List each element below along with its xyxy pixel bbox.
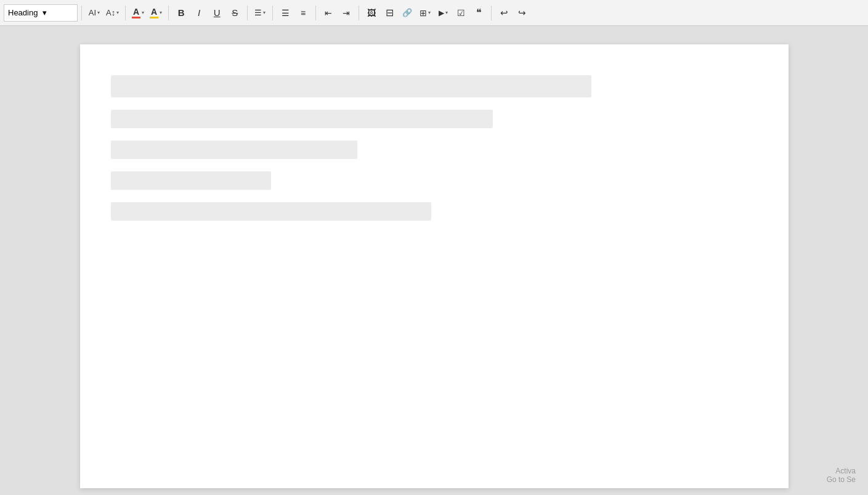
redo-button[interactable] (513, 4, 530, 22)
font-group: AI ▾ A↕ ▾ (86, 4, 121, 22)
underline-label: U (214, 7, 221, 18)
content-block-5 (111, 202, 758, 221)
redo-icon (518, 7, 526, 18)
indent-button[interactable]: ⇥ (338, 4, 355, 22)
bold-label: B (178, 7, 185, 18)
font-name-label: AI (89, 8, 96, 17)
color-group: A ▾ A ▾ (129, 4, 164, 22)
format-group: B I U S (172, 4, 243, 22)
placeholder-bar-3 (111, 141, 357, 159)
font-size-button[interactable]: A↕ ▾ (103, 4, 121, 22)
history-group (495, 4, 530, 22)
link-button[interactable] (399, 4, 416, 22)
quote-icon (476, 7, 482, 18)
spreadsheet-button[interactable]: ⊟ (381, 4, 398, 22)
placeholder-bar-1 (111, 75, 591, 97)
font-size-chevron: ▾ (116, 10, 119, 15)
font-name-chevron: ▾ (97, 10, 100, 15)
spreadsheet-icon: ⊟ (386, 7, 394, 18)
list-group: ☰ ≡ (277, 4, 312, 22)
bold-button[interactable]: B (172, 4, 190, 22)
content-block-4 (111, 171, 758, 190)
activate-watermark: Activa Go to Se (827, 467, 856, 484)
italic-label: I (198, 7, 200, 18)
ordered-list-button[interactable]: ☰ (277, 4, 294, 22)
content-block-2 (111, 110, 758, 128)
placeholder-bar-5 (111, 202, 431, 221)
indent-group: ⇤ ⇥ (320, 4, 355, 22)
style-dropdown-chevron: ▾ (43, 8, 73, 17)
separator-8 (491, 6, 492, 20)
ordered-list-icon: ☰ (282, 8, 290, 18)
undo-button[interactable] (495, 4, 513, 22)
highlight-color-icon: A (150, 7, 158, 18)
image-icon (367, 8, 376, 18)
activate-line2: Go to Se (827, 475, 856, 484)
align-icon: ☰ (254, 8, 262, 17)
separator-5 (272, 6, 273, 20)
outdent-icon: ⇤ (325, 8, 332, 18)
table-button[interactable]: ⊞ ▾ (416, 4, 434, 22)
image-button[interactable] (363, 4, 380, 22)
content-block-3 (111, 141, 758, 159)
outdent-button[interactable]: ⇤ (320, 4, 337, 22)
separator-6 (315, 6, 316, 20)
font-size-label: A↕ (106, 8, 115, 17)
strikethrough-label: S (232, 7, 238, 18)
unordered-list-button[interactable]: ≡ (294, 4, 312, 22)
checklist-icon (457, 8, 465, 18)
link-icon (402, 8, 412, 17)
style-dropdown-label: Heading (8, 8, 39, 17)
font-color-button[interactable]: A ▾ (129, 4, 147, 22)
unordered-list-icon: ≡ (301, 8, 306, 18)
media-icon (439, 8, 444, 17)
italic-button[interactable]: I (190, 4, 208, 22)
quote-button[interactable] (470, 4, 487, 22)
align-button[interactable]: ☰ ▾ (251, 4, 269, 22)
main-area: Activa Go to Se (0, 26, 868, 495)
document-page[interactable] (80, 44, 789, 488)
separator-4 (247, 6, 248, 20)
activate-line1: Activa (827, 467, 856, 475)
style-dropdown[interactable]: Heading ▾ (4, 4, 78, 22)
placeholder-bar-2 (111, 110, 493, 128)
font-name-button[interactable]: AI ▾ (86, 4, 103, 22)
separator-2 (125, 6, 126, 20)
content-block-1 (111, 75, 758, 97)
toolbar: Heading ▾ AI ▾ A↕ ▾ A ▾ A ▾ (0, 0, 868, 26)
strikethrough-button[interactable]: S (226, 4, 243, 22)
separator-3 (168, 6, 169, 20)
checklist-button[interactable] (452, 4, 469, 22)
highlight-color-button[interactable]: A ▾ (147, 4, 164, 22)
undo-icon (500, 7, 508, 18)
table-icon: ⊞ (420, 8, 427, 18)
placeholder-bar-4 (111, 171, 271, 190)
underline-button[interactable]: U (208, 4, 225, 22)
indent-icon: ⇥ (343, 8, 350, 18)
align-group: ☰ ▾ (251, 4, 269, 22)
insert-group: ⊟ ⊞ ▾ ▾ (363, 4, 487, 22)
separator-7 (359, 6, 359, 20)
font-color-icon: A (132, 7, 140, 18)
media-button[interactable]: ▾ (434, 4, 452, 22)
separator-1 (81, 6, 82, 20)
